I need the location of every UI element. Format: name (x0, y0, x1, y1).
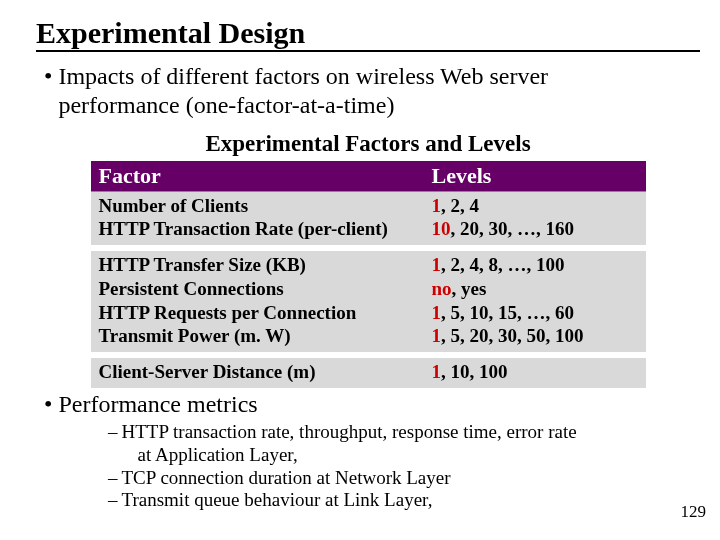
bullet-text: Performance metrics (58, 390, 257, 419)
header-factor: Factor (91, 161, 424, 192)
bullet-performance-metrics: • Performance metrics (44, 390, 700, 419)
cell-factor: Number of Clients (91, 191, 424, 217)
levels-rest: , 2, 4 (441, 195, 479, 216)
sub-item: – Transmit queue behaviour at Link Layer… (108, 489, 700, 512)
cell-factor: HTTP Requests per Connection (91, 301, 424, 325)
bullet-impacts: • Impacts of different factors on wirele… (44, 62, 700, 121)
cell-factor: Client-Server Distance (m) (91, 355, 424, 391)
page-number: 129 (681, 502, 707, 522)
sub-text: HTTP transaction rate, throughput, respo… (122, 421, 577, 467)
slide-title: Experimental Design (36, 16, 700, 52)
table-row: Number of Clients 1, 2, 4 (91, 191, 646, 217)
table-row: HTTP Transaction Rate (per-client) 10, 2… (91, 217, 646, 248)
cell-factor: Transmit Power (m. W) (91, 324, 424, 355)
cell-levels: no, yes (424, 277, 646, 301)
levels-rest: , 2, 4, 8, …, 100 (441, 254, 565, 275)
cell-factor: HTTP Transfer Size (KB) (91, 248, 424, 277)
baseline-value: 1 (432, 254, 442, 275)
table-header-row: Factor Levels (91, 161, 646, 192)
header-levels: Levels (424, 161, 646, 192)
table-row: HTTP Requests per Connection 1, 5, 10, 1… (91, 301, 646, 325)
sub-item: – HTTP transaction rate, throughput, res… (108, 421, 700, 467)
cell-levels: 1, 2, 4 (424, 191, 646, 217)
table-row: Persistent Connections no, yes (91, 277, 646, 301)
table-caption: Experimental Factors and Levels (36, 131, 700, 157)
sub-text: Transmit queue behaviour at Link Layer, (122, 489, 433, 512)
cell-factor: Persistent Connections (91, 277, 424, 301)
baseline-value: 1 (432, 195, 442, 216)
sub-list: – HTTP transaction rate, throughput, res… (108, 421, 700, 512)
bullet1-line2: performance (one-factor-at-a-time) (58, 92, 394, 118)
sub-item: – TCP connection duration at Network Lay… (108, 467, 700, 490)
bullet1-line1: Impacts of different factors on wireless… (58, 63, 548, 89)
baseline-value: 10 (432, 218, 451, 239)
baseline-value: 1 (432, 361, 442, 382)
levels-rest: , 5, 20, 30, 50, 100 (441, 325, 584, 346)
baseline-value: no (432, 278, 452, 299)
cell-factor: HTTP Transaction Rate (per-client) (91, 217, 424, 248)
dash-icon: – (108, 467, 118, 490)
levels-rest: , 5, 10, 15, …, 60 (441, 302, 574, 323)
table-row: Transmit Power (m. W) 1, 5, 20, 30, 50, … (91, 324, 646, 355)
bullet-dot-icon: • (44, 390, 52, 419)
levels-rest: , 10, 100 (441, 361, 508, 382)
cell-levels: 1, 5, 10, 15, …, 60 (424, 301, 646, 325)
bullet-dot-icon: • (44, 62, 52, 121)
dash-icon: – (108, 489, 118, 512)
dash-icon: – (108, 421, 118, 467)
cell-levels: 1, 5, 20, 30, 50, 100 (424, 324, 646, 355)
levels-rest: , 20, 30, …, 160 (451, 218, 575, 239)
sub-text: TCP connection duration at Network Layer (122, 467, 451, 490)
sub-line1: HTTP transaction rate, throughput, respo… (122, 421, 577, 442)
baseline-value: 1 (432, 302, 442, 323)
bullet-text: Impacts of different factors on wireless… (58, 62, 548, 121)
factors-table: Factor Levels Number of Clients 1, 2, 4 … (91, 161, 646, 394)
baseline-value: 1 (432, 325, 442, 346)
table-row: HTTP Transfer Size (KB) 1, 2, 4, 8, …, 1… (91, 248, 646, 277)
levels-rest: , yes (452, 278, 487, 299)
cell-levels: 10, 20, 30, …, 160 (424, 217, 646, 248)
sub-line2: at Application Layer, (138, 444, 298, 465)
table-row: Client-Server Distance (m) 1, 10, 100 (91, 355, 646, 391)
cell-levels: 1, 2, 4, 8, …, 100 (424, 248, 646, 277)
cell-levels: 1, 10, 100 (424, 355, 646, 391)
